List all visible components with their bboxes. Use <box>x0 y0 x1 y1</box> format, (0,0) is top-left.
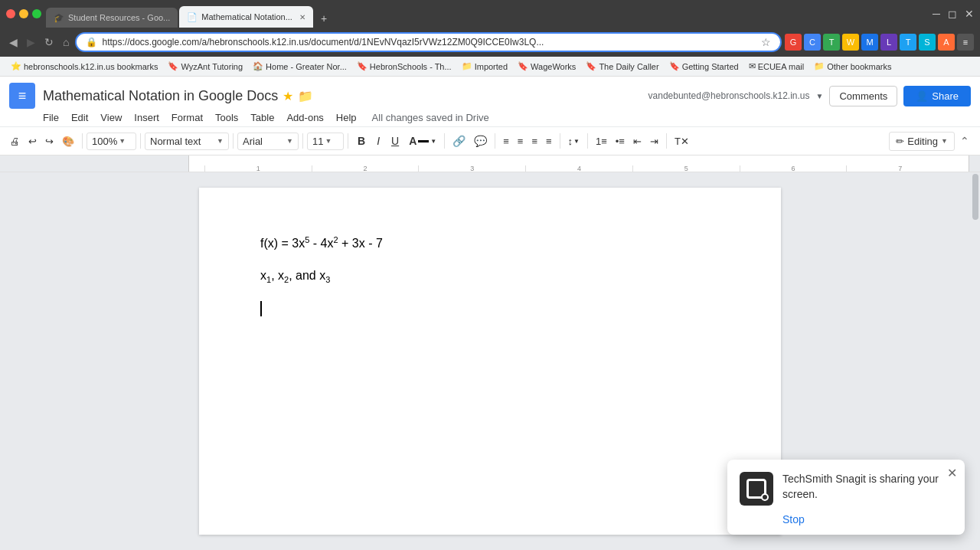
nav-reload[interactable]: ↻ <box>41 33 57 51</box>
font-dropdown[interactable]: Arial ▼ <box>237 133 299 150</box>
window-restore-icon[interactable]: ◻ <box>948 8 957 20</box>
redo-btn[interactable]: ↪ <box>41 133 57 150</box>
ext-icon-5[interactable]: M <box>861 34 878 51</box>
snagit-stop-btn[interactable]: Stop <box>782 513 805 525</box>
docs-title-text: Mathematical Notation in Google Docs <box>43 88 278 104</box>
menu-help[interactable]: Help <box>330 109 363 126</box>
browser-window-controls: ─ ◻ ✕ <box>933 8 974 20</box>
align-center-btn[interactable]: ≡ <box>514 133 528 150</box>
menu-bar: File Edit View Insert Format Tools Table… <box>0 109 980 126</box>
bookmark-dailycaller[interactable]: 🔖 The Daily Caller <box>581 60 663 73</box>
ext-icon-4[interactable]: W <box>842 34 859 51</box>
cursor-line[interactable] <box>260 300 720 321</box>
tab-favicon: 🎓 <box>54 13 64 23</box>
bookmark-home[interactable]: 🏠 Home - Greater Nor... <box>248 60 351 73</box>
ext-icon-8[interactable]: S <box>919 34 936 51</box>
traffic-minimize[interactable] <box>19 9 28 18</box>
tab-bar: 🎓 Student Resources - Goo... 📄 Mathemati… <box>46 0 333 28</box>
traffic-maximize[interactable] <box>32 9 41 18</box>
nav-home[interactable]: ⌂ <box>60 33 72 51</box>
menu-format[interactable]: Format <box>165 109 209 126</box>
underline-btn[interactable]: U <box>386 132 404 150</box>
menu-addons[interactable]: Add-ons <box>280 109 329 126</box>
nav-forward[interactable]: ▶ <box>24 33 38 51</box>
menu-insert[interactable]: Insert <box>128 109 165 126</box>
bookmark-getting-started[interactable]: 🔖 Getting Started <box>665 60 743 73</box>
ruler-body: 1 2 3 4 5 6 7 <box>188 156 969 172</box>
numbered-list-btn[interactable]: 1≡ <box>592 133 611 150</box>
nav-back[interactable]: ◀ <box>6 33 21 51</box>
zoom-dropdown[interactable]: 100% ▼ <box>87 133 136 150</box>
menu-view[interactable]: View <box>94 109 128 126</box>
star-icon[interactable]: ★ <box>283 89 293 103</box>
snagit-close-btn[interactable]: ✕ <box>947 466 957 480</box>
increase-indent-btn[interactable]: ⇥ <box>646 133 662 150</box>
ext-icon-6[interactable]: L <box>880 34 897 51</box>
bookmark-other[interactable]: 📁 Other bookmarks <box>809 60 896 73</box>
scrollbar-thumb[interactable] <box>972 174 978 220</box>
user-dropdown-icon[interactable]: ▼ <box>816 92 824 100</box>
align-left-btn[interactable]: ≡ <box>499 133 513 150</box>
bookmark-icon-ww: 🔖 <box>518 61 528 71</box>
bookmark-wageworks[interactable]: 🔖 WageWorks <box>513 60 580 73</box>
bookmark-icon: ⭐ <box>11 61 21 71</box>
align-right-btn[interactable]: ≡ <box>528 133 541 150</box>
ext-icon-3[interactable]: T <box>823 34 840 51</box>
bookmark-wyzant[interactable]: 🔖 WyzAnt Tutoring <box>163 60 247 73</box>
decrease-indent-btn[interactable]: ⇤ <box>629 133 645 150</box>
format-separator-2 <box>140 133 141 149</box>
menu-edit[interactable]: Edit <box>65 109 94 126</box>
collapse-toolbar-btn[interactable]: ⌃ <box>956 132 974 150</box>
bookmark-hebronschools[interactable]: 🔖 HebronSchools - Th... <box>352 60 456 73</box>
snagit-overlay: ✕ TechSmith Snagit is sharing your scree… <box>727 460 965 535</box>
share-label: Share <box>932 90 959 102</box>
folder-icon[interactable]: 📁 <box>298 89 313 103</box>
comment-insert-btn[interactable]: 💬 <box>470 132 491 150</box>
bookmark-ecuea[interactable]: ✉ ECUEA mail <box>744 60 809 73</box>
address-bar[interactable]: 🔒 https://docs.google.com/a/hebronschool… <box>75 32 782 52</box>
ext-icon-9[interactable]: A <box>938 34 955 51</box>
tab-math-notation[interactable]: 📄 Mathematical Notation... ✕ <box>179 6 313 28</box>
italic-btn[interactable]: I <box>371 132 385 150</box>
undo-btn[interactable]: ↩ <box>24 133 41 150</box>
share-button[interactable]: 👤 Share <box>903 86 971 106</box>
new-tab-btn[interactable]: + <box>315 9 333 28</box>
ext-icon-2[interactable]: C <box>804 34 821 51</box>
pencil-icon: ✏ <box>896 136 904 147</box>
print-btn[interactable]: 🖨 <box>6 133 24 150</box>
tab-student-resources[interactable]: 🎓 Student Resources - Goo... <box>46 8 178 28</box>
traffic-close[interactable] <box>6 9 15 18</box>
align-justify-btn[interactable]: ≡ <box>542 133 556 150</box>
ext-icon-7[interactable]: T <box>900 34 916 51</box>
ext-icon-10[interactable]: ≡ <box>957 34 974 51</box>
docs-menu-icon[interactable]: ≡ <box>9 83 35 109</box>
menu-file[interactable]: File <box>37 109 65 126</box>
link-btn[interactable]: 🔗 <box>449 132 469 150</box>
bookmark-imported[interactable]: 📁 Imported <box>457 60 512 73</box>
menu-table[interactable]: Table <box>244 109 280 126</box>
scrollbar-track[interactable] <box>971 172 980 550</box>
menu-tools[interactable]: Tools <box>209 109 244 126</box>
bold-btn[interactable]: B <box>352 132 371 150</box>
paint-format-btn[interactable]: 🎨 <box>58 133 78 150</box>
window-close-icon[interactable]: ✕ <box>965 8 974 20</box>
text-color-btn[interactable]: A ▼ <box>405 132 440 150</box>
bullet-list-btn[interactable]: •≡ <box>612 133 629 150</box>
window-minimize-icon[interactable]: ─ <box>933 8 940 20</box>
ext-icon-1[interactable]: G <box>785 34 802 51</box>
tab-label-active: Mathematical Notation... <box>201 12 292 21</box>
bookmark-icon-dc: 🔖 <box>586 61 596 71</box>
comments-button[interactable]: Comments <box>829 86 897 106</box>
bookmark-hebron[interactable]: ⭐ hebronschools.k12.in.us bookmarks <box>6 60 162 73</box>
editing-mode-dropdown[interactable]: ✏ Editing ▼ <box>889 132 955 151</box>
style-dropdown[interactable]: Normal text ▼ <box>145 133 229 150</box>
line-spacing-btn[interactable]: ↕▼ <box>564 133 583 150</box>
font-chevron: ▼ <box>286 137 293 145</box>
bookmark-icon-gs: 🔖 <box>669 61 680 71</box>
format-separator-9 <box>587 133 588 149</box>
size-dropdown[interactable]: 11 ▼ <box>307 133 344 150</box>
tab-close-btn[interactable]: ✕ <box>299 13 305 21</box>
doc-page[interactable]: f(x) = 3x5 - 4x2 + 3x - 7 x1, x2, and x3 <box>199 188 781 535</box>
bookmark-star[interactable]: ☆ <box>761 36 771 48</box>
clear-formatting-btn[interactable]: T✕ <box>671 133 693 150</box>
